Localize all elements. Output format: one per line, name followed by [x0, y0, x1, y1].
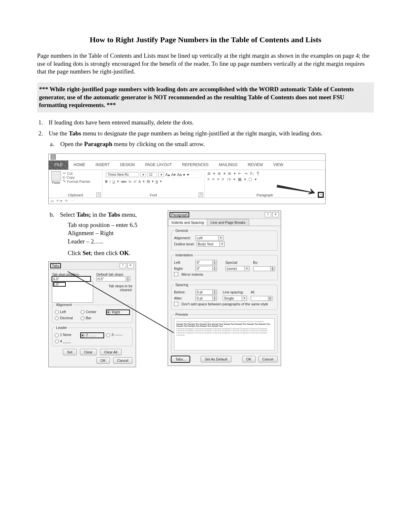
clipboard-launcher[interactable]: ↘ [96, 192, 101, 197]
para-cancel-button[interactable]: Cancel [258, 356, 278, 362]
leader-2-radio[interactable]: 2 ....... [81, 333, 104, 338]
tabstop-list-item[interactable]: 6.5" [53, 282, 65, 286]
borders-icon[interactable]: ▢ [249, 177, 252, 182]
indent-right-input[interactable]: 0"▴▾ [195, 266, 217, 271]
copy-button[interactable]: ⎘ Copy [63, 175, 91, 179]
tab-references[interactable]: REFERENCES [177, 161, 214, 170]
sh-drop-icon[interactable]: ▾ [244, 177, 246, 182]
multilevel-icon[interactable]: ≣ [228, 171, 231, 176]
align-right-icon[interactable]: ≡ [217, 177, 219, 182]
shading-icon[interactable]: ▦ [238, 177, 241, 182]
tab-view[interactable]: VIEW [268, 161, 289, 170]
align-center-icon[interactable]: ≡ [212, 177, 214, 182]
tabs-close-button[interactable]: ✕ [127, 263, 134, 268]
te-dropdown-icon[interactable]: ▾ [143, 179, 145, 183]
grow-font-icon[interactable]: A▴ [165, 172, 170, 177]
paste-button[interactable]: Paste [51, 171, 61, 184]
font-color-icon[interactable]: A [156, 180, 158, 183]
para-default-button[interactable]: Set As Default [201, 356, 231, 362]
line-spacing-icon[interactable]: ↕≡ [227, 177, 231, 182]
align-left-icon[interactable]: ≡ [207, 177, 210, 182]
superscript-button[interactable]: x² [133, 180, 136, 183]
sort-icon[interactable]: A↓ [250, 171, 254, 176]
para-close-button[interactable]: ✕ [272, 212, 279, 217]
numbering-icon[interactable]: ≣ [218, 171, 221, 176]
align-decimal-radio[interactable]: Decimal [55, 316, 78, 320]
paragraph-launcher[interactable]: ↘ [318, 192, 323, 197]
aa-dropdown-icon[interactable]: ▾ [183, 172, 185, 177]
italic-button[interactable]: I [110, 180, 111, 183]
format-painter-button[interactable]: ✎ Format Painter [63, 179, 91, 183]
tab-file[interactable]: FILE [49, 161, 68, 170]
font-size-dropdown-icon[interactable]: ▾ [158, 172, 164, 177]
default-tabstops-input[interactable]: 0.5"▴▾ [96, 276, 130, 281]
para-help-button[interactable]: ? [265, 212, 271, 217]
tab-insert[interactable]: INSERT [90, 161, 115, 170]
tabstop-list[interactable]: 6.5" [52, 281, 93, 303]
para-tabs-button[interactable]: Tabs... [171, 356, 190, 362]
change-case-icon[interactable]: Aa [177, 172, 182, 177]
before-input[interactable]: 0 pt▴▾ [195, 290, 217, 295]
qa-icon-4[interactable]: ⋯ [70, 199, 74, 203]
b-drop-icon[interactable]: ▾ [213, 171, 215, 176]
special-dropdown[interactable]: (none)▾ [225, 266, 250, 271]
tab-design[interactable]: DESIGN [115, 161, 140, 170]
align-bar-radio[interactable]: Bar [81, 316, 104, 320]
clear-format-icon[interactable]: ✦ [186, 172, 190, 177]
showhide-icon[interactable]: ¶ [257, 171, 259, 176]
font-launcher[interactable]: ↘ [199, 192, 203, 197]
bullets-icon[interactable]: ≣ [207, 171, 210, 176]
qa-icon-1[interactable]: ▭ [51, 199, 54, 203]
qa-icon-2[interactable]: ↶ ▾ [56, 199, 62, 203]
ml-drop-icon[interactable]: ▾ [234, 171, 236, 176]
leader-1-radio[interactable]: 1 None [55, 333, 78, 338]
n-drop-icon[interactable]: ▾ [223, 171, 225, 176]
dontadd-checkbox[interactable] [174, 302, 178, 306]
subscript-button[interactable]: x₂ [129, 179, 132, 183]
after-input[interactable]: 0 pt▴▾ [195, 296, 217, 301]
increase-indent-icon[interactable]: ⇥ [244, 171, 247, 176]
tabs-clearall-button[interactable]: Clear All [100, 349, 122, 355]
para-tab-linebreaks[interactable]: Line and Page Breaks [207, 219, 249, 226]
leader-4-radio[interactable]: 4 ____ [55, 339, 78, 343]
font-name-dropdown-icon[interactable]: ▾ [140, 172, 146, 177]
cut-button[interactable]: ✂ Cut [63, 171, 91, 175]
leader-3-radio[interactable]: 3 ------- [106, 333, 130, 338]
tab-home[interactable]: HOME [68, 161, 90, 170]
para-tab-indents[interactable]: Indents and Spacing [168, 219, 207, 226]
text-effects-icon[interactable]: A [138, 180, 141, 183]
highlight-icon[interactable]: ▤ [147, 179, 150, 183]
indent-left-input[interactable]: 0"▴▾ [195, 260, 217, 265]
align-justify-icon[interactable]: ≡ [222, 177, 224, 182]
bold-button[interactable]: B [105, 180, 108, 183]
tab-mailings[interactable]: MAILINGS [214, 161, 242, 170]
align-center-radio[interactable]: Center [81, 310, 104, 315]
qa-icon-3[interactable]: ↷ [65, 199, 68, 203]
at-input[interactable]: ▴▾ [251, 296, 272, 301]
tab-review[interactable]: REVIEW [242, 161, 268, 170]
alignment-dropdown[interactable]: Left▾ [195, 235, 223, 241]
tabs-ok-button[interactable]: OK [96, 357, 110, 364]
strike-button[interactable]: abc [121, 180, 127, 183]
align-right-radio[interactable]: Right [106, 310, 130, 315]
para-ok-button[interactable]: OK [242, 356, 256, 362]
underline-button[interactable]: U [113, 180, 115, 183]
fc-dropdown-icon[interactable]: ▾ [160, 179, 162, 183]
mirror-checkbox[interactable] [174, 272, 178, 276]
tabs-help-button[interactable]: ? [120, 263, 126, 268]
br-drop-icon[interactable]: ▾ [255, 177, 257, 182]
tab-pagelayout[interactable]: PAGE LAYOUT [140, 161, 177, 170]
font-name-box[interactable]: Times New Ro [106, 172, 139, 177]
linespacing-dropdown[interactable]: Single▾ [223, 296, 247, 301]
underline-dropdown-icon[interactable]: ▾ [117, 179, 119, 183]
decrease-indent-icon[interactable]: ⇤ [238, 171, 241, 176]
tabs-set-button[interactable]: Set [63, 349, 77, 355]
font-size-box[interactable]: 12 [147, 172, 157, 177]
tabs-cancel-button[interactable]: Cancel [113, 357, 132, 364]
hl-dropdown-icon[interactable]: ▾ [152, 179, 154, 183]
align-left-radio[interactable]: Left [55, 310, 78, 315]
ls-drop-icon[interactable]: ▾ [233, 177, 235, 182]
outline-dropdown[interactable]: Body Text▾ [197, 241, 225, 247]
tabs-clear-button[interactable]: Clear [80, 349, 97, 355]
shrink-font-icon[interactable]: A▾ [171, 172, 176, 177]
